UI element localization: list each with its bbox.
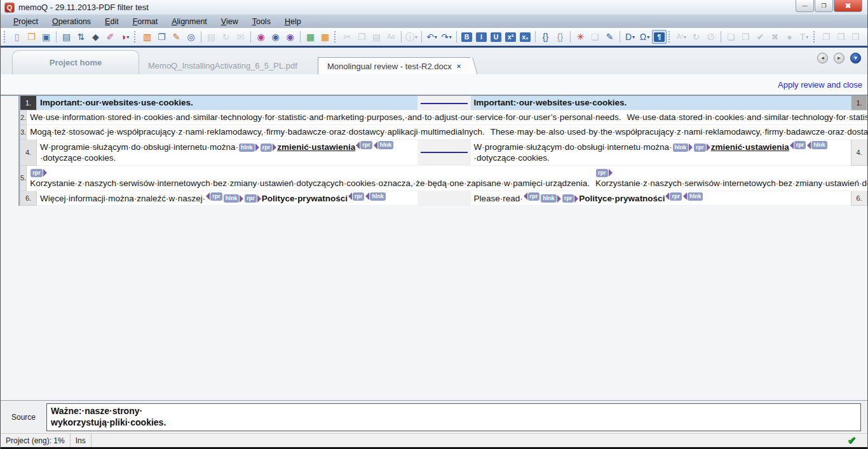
options-icon[interactable]: ◑▾ <box>118 30 132 44</box>
text-style-icon: T▾ <box>797 30 811 44</box>
subscript-icon[interactable]: x₂ <box>518 30 532 44</box>
right-segment-cell[interactable]: These·may·be·also·used·by·the·współpracu… <box>487 125 867 140</box>
resource-console-icon[interactable]: ▤ <box>59 30 74 44</box>
save-icon[interactable]: ▣ <box>39 30 53 44</box>
spelling-icon[interactable]: ✳ <box>573 30 588 44</box>
inline-tag-hlnk-open: hlnk <box>224 194 244 203</box>
row-number-left[interactable]: 1. <box>20 96 37 111</box>
new-document-icon[interactable]: ▯ <box>10 30 24 44</box>
edit-document-icon[interactable]: ✎ <box>169 30 184 44</box>
review-action-row: Apply review and close <box>1 74 867 95</box>
tab-project-home[interactable]: Project home <box>12 50 139 74</box>
insert-term-icon[interactable]: ▦ <box>303 30 318 44</box>
segment-text: Polityce·prywatności <box>262 193 348 203</box>
close-button[interactable]: ✖ <box>834 0 862 12</box>
menu-operations[interactable]: Operations <box>46 16 98 27</box>
segment-text: W·programie·służącym·do·obsługi·internet… <box>40 142 238 152</box>
statistics-icon[interactable]: ▥ <box>140 30 154 44</box>
row-number-left[interactable]: 5. <box>20 166 27 191</box>
toolbar-separator <box>721 31 721 43</box>
menu-alignment[interactable]: Alignment <box>165 16 215 27</box>
tab-document-2[interactable]: Monolingual review - test-R2.docx× <box>318 57 470 74</box>
row-number-left[interactable]: 2. <box>20 111 27 125</box>
right-segment-cell[interactable]: Please·read·rprhlnkrprPolityce·prywatnoś… <box>471 191 851 206</box>
left-segment-cell[interactable]: Mogą·też·stosować·je·współpracujący·z·na… <box>27 125 487 140</box>
row-number-left[interactable]: 6. <box>20 191 37 206</box>
highlighter-icon[interactable]: ✐ <box>103 30 118 44</box>
insert-tag-icon[interactable]: {} <box>538 30 553 44</box>
insert-term-quick-icon[interactable]: ▦ <box>318 30 332 44</box>
toolbar-separator <box>300 31 301 43</box>
segment-row-6: 6.Więcej·informacji·można·znaleźć·w·nasz… <box>20 191 867 206</box>
title-bar: Q memoQ - 29.11.2013-PDF filter test — ❐… <box>1 0 867 15</box>
tab-close-icon[interactable]: × <box>457 62 461 70</box>
refresh-icon: ↻ <box>219 30 233 44</box>
right-segment-cell[interactable]: W·programie·służącym·do·obsługi·internet… <box>471 140 851 166</box>
superscript-icon[interactable]: x² <box>503 30 518 44</box>
apply-review-and-close-link[interactable]: Apply review and close <box>778 80 862 90</box>
copy-icon: ❐ <box>355 30 369 44</box>
undo-icon[interactable]: ↶▾ <box>424 30 439 44</box>
alignment-connector <box>421 103 468 104</box>
left-segment-cell[interactable]: rprKorzystanie·z·naszych·serwisów·intern… <box>27 166 592 191</box>
underline-icon[interactable]: U <box>489 30 503 44</box>
segment-text: We·use·data·stored·in·cookies·and·simila… <box>627 112 867 122</box>
row-number-right[interactable]: 4. <box>851 140 867 166</box>
autotext-icon[interactable]: D▾ <box>623 30 637 44</box>
row-number-left[interactable]: 3. <box>20 125 27 140</box>
lookup-term-icon[interactable]: ◉ <box>254 30 268 44</box>
copy-document-icon[interactable]: ❐ <box>154 30 169 44</box>
bold-icon[interactable]: B <box>459 30 474 44</box>
eraser-icon[interactable]: ◆ <box>88 30 103 44</box>
prev-tab-icon[interactable]: ◄ <box>817 53 828 64</box>
menu-tools[interactable]: Tools <box>246 16 278 27</box>
window-controls: — ❐ ✖ <box>795 0 862 12</box>
next-tab-icon[interactable]: ► <box>834 53 844 64</box>
segment-row-2: 2.We·use·information·stored·in·cookies·a… <box>20 111 867 125</box>
concordance-icon[interactable]: ◉ <box>283 30 297 44</box>
segment-text: These·may·be·also·used·by·the·współpracu… <box>491 127 867 137</box>
left-segment-cell[interactable]: We·use·information·stored·in·cookies·and… <box>27 111 623 125</box>
segment-text: Important:·our·websites·use·cookies. <box>474 98 627 107</box>
edit-source-icon[interactable]: ✎ <box>602 30 617 44</box>
preview-document-icon[interactable]: ◎ <box>184 30 198 44</box>
row-number-right[interactable]: 6. <box>851 191 867 206</box>
status-check-icon: ✔ <box>848 434 856 446</box>
right-segment-cell[interactable]: We·use·data·stored·in·cookies·and·simila… <box>624 111 867 125</box>
open-folder-icon[interactable]: ❒ <box>24 30 39 44</box>
left-segment-cell[interactable]: W·programie·służącym·do·obsługi·internet… <box>37 140 417 166</box>
menu-edit[interactable]: Edit <box>98 16 126 27</box>
send-mail-icon: ✉ <box>233 30 248 44</box>
inline-tag-hlnk-close: hlnk <box>374 141 394 149</box>
minimize-button[interactable]: — <box>796 0 814 12</box>
segment-row-1: 1.Important:·our·websites·use·cookies.Im… <box>20 96 867 111</box>
row-number-left[interactable]: 4. <box>20 140 37 166</box>
insert-empty-tag-icon[interactable]: {} <box>553 30 567 44</box>
menu-format[interactable]: Format <box>126 16 166 27</box>
row-number-right[interactable]: 1. <box>851 96 867 111</box>
left-segment-cell[interactable]: Important:·our·websites·use·cookies. <box>37 96 417 111</box>
lookup-segment-icon[interactable]: ◉ <box>268 30 283 44</box>
menu-view[interactable]: View <box>215 16 246 27</box>
status-bar: Project (eng): 1%Ins ✔ <box>1 433 867 447</box>
left-segment-cell[interactable]: Więcej·informacji·można·znaleźć·w·naszej… <box>37 191 417 206</box>
restore-button[interactable]: ❐ <box>815 0 833 12</box>
special-characters-icon[interactable]: Ω▾ <box>637 30 652 44</box>
right-segment-cell[interactable]: Important:·our·websites·use·cookies. <box>471 96 851 111</box>
segment-text: Mogą·też·stosować·je·współpracujący·z·na… <box>30 127 484 137</box>
menu-help[interactable]: Help <box>278 16 309 27</box>
import-export-icon[interactable]: ⇅ <box>74 30 88 44</box>
formatting-marks-icon[interactable]: ¶ <box>652 30 667 44</box>
redo-icon[interactable]: ↷▾ <box>439 30 454 44</box>
tab-document-1[interactable]: MemoQ_InstallingActivating_6_5_PL.pdf <box>139 57 306 74</box>
italic-icon[interactable]: I <box>474 30 489 44</box>
toolbar-separator <box>201 31 201 43</box>
toolbar: ▯❒▣▤⇅◆✐◑▾▥❐✎◎▤↻✉◉◉◉▦▦✂❐▤Aaⓘ▾↶▾↷▾BIUx²x₂{… <box>1 28 867 48</box>
source-label: Source <box>1 413 46 422</box>
toolbar-separator <box>620 31 620 43</box>
right-segment-cell[interactable]: rprKorzystanie·z·naszych·serwisów·intern… <box>592 166 867 191</box>
status-segment-2: Ins <box>71 434 92 447</box>
tab-list-icon[interactable]: ▼ <box>850 53 861 64</box>
alignment-gap <box>417 96 471 111</box>
menu-project[interactable]: Project <box>7 16 46 27</box>
